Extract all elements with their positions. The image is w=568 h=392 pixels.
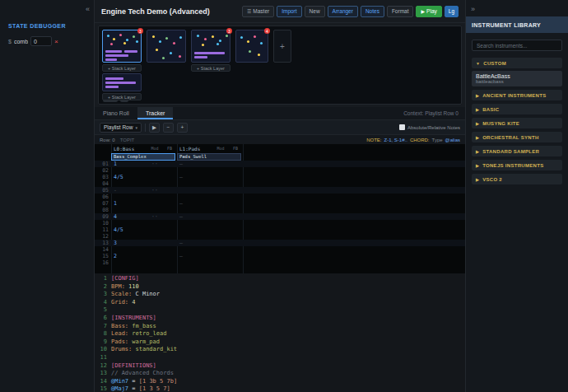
code-line[interactable]: 2BPM: 110 <box>95 283 465 292</box>
tracker-cell[interactable]: - <box>111 187 147 194</box>
tracker-row-number: 15 <box>95 253 111 259</box>
note-dot <box>216 43 219 45</box>
line-number: 15 <box>95 385 111 392</box>
mixer-icon: ☰ <box>247 9 251 14</box>
tracker-cell[interactable]: 1 <box>111 161 147 167</box>
collapse-left-icon[interactable]: « <box>86 5 90 13</box>
clip-name-pads[interactable]: Pads_Swell <box>177 153 241 161</box>
code-text: Drums: standard_kit <box>111 346 177 354</box>
code-line[interactable]: 3Scale: C Minor <box>95 291 465 299</box>
tracker-cell[interactable]: ·· <box>147 213 162 220</box>
zoom-out-button[interactable]: − <box>163 123 174 133</box>
code-token: @Maj7 <box>111 385 128 392</box>
play-button[interactable]: ▶ Play <box>416 6 441 17</box>
code-line[interactable]: 5 <box>95 306 465 315</box>
library-section[interactable]: ▶TONEJS INSTRUMENTS <box>472 160 562 170</box>
section-label: ANCIENT INSTRUMENTS <box>482 93 546 98</box>
add-stack-layer-button[interactable]: + Stack Layer <box>102 64 142 72</box>
tab-piano-roll[interactable]: Piano Roll <box>95 107 137 119</box>
library-section[interactable]: ▶ANCIENT INSTRUMENTS <box>472 90 562 100</box>
variable-value-input[interactable]: 0 <box>30 36 52 46</box>
variable-name: comb <box>14 39 28 44</box>
line-number: 9 <box>95 338 111 347</box>
add-stack-layer-button[interactable]: + Stack Layer <box>102 93 142 100</box>
collapse-right-icon[interactable]: » <box>471 5 475 13</box>
tracker-row-number: 07 <box>95 200 111 207</box>
code-line[interactable]: 6[INSTRUMENTS] <box>95 315 465 323</box>
tracker-cell[interactable]: — <box>177 240 213 246</box>
line-number: 6 <box>95 315 111 323</box>
note-dot <box>162 57 165 59</box>
add-stack-layer-button[interactable]: + Stack Layer <box>191 64 230 72</box>
track-subcolumn: FB <box>162 146 177 151</box>
code-line[interactable]: 10Drums: standard_kit <box>95 346 465 354</box>
chord-hint-prefix: Type <box>432 138 443 142</box>
notes-button[interactable]: Notes <box>361 6 384 17</box>
note-dot <box>126 39 128 41</box>
tracker-cell[interactable]: ·· <box>147 187 162 194</box>
track-name[interactable]: L0:Bass <box>111 146 147 152</box>
code-line[interactable]: 12[DEFINITIONS] <box>95 362 465 371</box>
code-line[interactable]: 13// Advanced Chords <box>95 370 465 378</box>
toolbar-play-button[interactable]: ▶ <box>149 123 160 133</box>
pattern-clip[interactable] <box>147 30 186 63</box>
code-line[interactable]: 7Bass: fm_bass <box>95 323 465 331</box>
master-button[interactable]: ☰ Master <box>242 6 274 17</box>
tracker-cell[interactable]: ·· <box>147 161 162 167</box>
import-button[interactable]: Import <box>277 6 301 17</box>
log-button[interactable]: Lg <box>445 6 459 17</box>
pattern-clip[interactable]: 4 <box>235 30 268 63</box>
absolute-relative-checkbox[interactable] <box>399 124 405 130</box>
tracker-cell[interactable]: 1 <box>111 200 147 207</box>
library-section[interactable]: ▶MUSYNG KITE <box>472 118 562 128</box>
chevron-right-icon: ▶ <box>476 93 479 98</box>
master-button-label: Master <box>253 8 269 14</box>
code-editor[interactable]: 1[CONFIG]2BPM: 1103Scale: C Minor4Grid: … <box>95 273 465 392</box>
mode-select[interactable]: Playlist Row ▾ <box>100 123 142 133</box>
tracker-row-number: 05 <box>95 187 111 194</box>
tracker-row-number: 06 <box>95 194 111 200</box>
track-name[interactable]: L1:Pads <box>177 146 213 152</box>
library-section[interactable]: ▶STANDARD SAMPLER <box>472 146 562 156</box>
code-line[interactable]: 9Pads: warm_pad <box>95 338 465 347</box>
remove-variable-button[interactable]: × <box>54 38 58 45</box>
library-section[interactable]: ▶VSCO 2 <box>472 174 562 184</box>
tracker-cell[interactable]: 4 <box>111 213 147 220</box>
tracker-cell[interactable]: 3 <box>111 240 147 246</box>
tracker-row: 094··— <box>95 213 465 220</box>
tracker-cell[interactable]: — <box>177 253 213 259</box>
tracker-cell[interactable]: — <box>177 174 213 180</box>
instrument-item[interactable]: BattleAcBassbattleacbass <box>472 71 562 86</box>
code-line[interactable]: 1[CONFIG] <box>95 275 465 283</box>
tracker-cell[interactable]: 2 <box>111 253 147 259</box>
context-label: Context: Playlist Row 0 <box>403 107 465 119</box>
pattern-clip[interactable]: 3 <box>191 30 230 63</box>
zoom-in-button[interactable]: + <box>177 123 188 133</box>
tracker-cell[interactable]: — <box>177 213 213 220</box>
add-clip-button[interactable]: + <box>273 30 291 63</box>
tab-tracker[interactable]: Tracker <box>137 107 173 119</box>
code-line[interactable]: 14@Min7 = [1 3b 5 7b] <box>95 378 465 386</box>
state-debugger-title: STATE DEBUGGER <box>8 23 94 29</box>
format-button[interactable]: Format <box>387 6 414 17</box>
code-line[interactable]: 11 <box>95 354 465 362</box>
search-input[interactable]: Search instruments... <box>472 40 562 51</box>
pattern-clip[interactable]: 3 <box>102 30 142 63</box>
mode-select-value: Playlist Row <box>104 124 133 130</box>
code-line[interactable]: 15@Maj7 = [1 3 5 7] <box>95 385 465 392</box>
tracker-cell[interactable]: — <box>177 161 213 167</box>
pattern-clip[interactable] <box>102 73 142 91</box>
library-section[interactable]: ▼CUSTOM <box>472 58 562 68</box>
code-text: @Maj7 = [1 3 5 7] <box>111 385 170 392</box>
arranger-button[interactable]: Arranger <box>328 6 358 17</box>
library-section[interactable]: ▶BASIC <box>472 104 562 114</box>
code-line[interactable]: 4Grid: 4 <box>95 299 465 307</box>
tracker-cell[interactable]: — <box>177 200 213 207</box>
section-label: BASIC <box>482 107 499 112</box>
tracker-cell[interactable]: 4/5 <box>111 174 147 180</box>
tracker-cell[interactable]: 4/5 <box>111 226 147 233</box>
code-line[interactable]: 8Lead: retro_lead <box>95 330 465 338</box>
clip-name-bass[interactable]: Bass_Complex <box>111 153 175 161</box>
new-button[interactable]: New <box>305 6 325 17</box>
library-section[interactable]: ▶ORCHESTRAL SYNTH <box>472 132 562 142</box>
